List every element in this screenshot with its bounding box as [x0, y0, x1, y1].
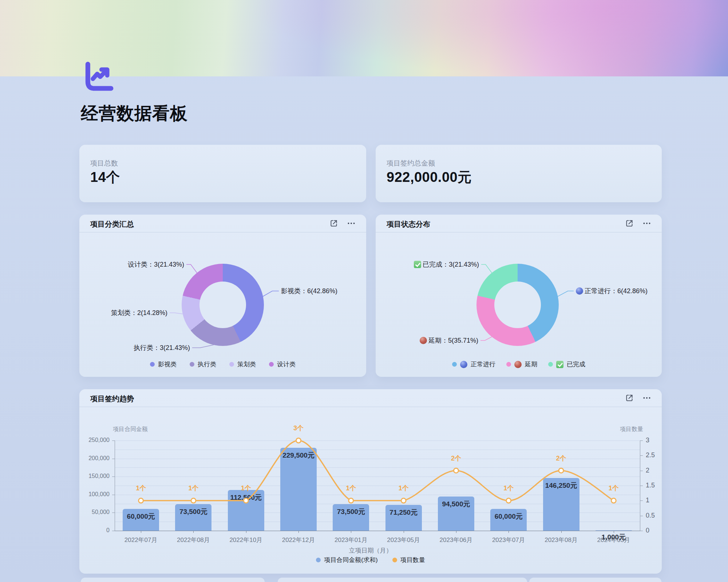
legend-item[interactable]: 项目数量 [392, 556, 425, 564]
card-title: 项目状态分布 [387, 219, 430, 229]
x-axis-tick-label: 2023年07月 [481, 536, 536, 544]
legend-item[interactable]: 设计类 [269, 360, 296, 368]
x-axis-tick [456, 531, 456, 533]
open-in-new-icon[interactable] [329, 219, 339, 228]
line-point-label: 1个 [389, 484, 418, 493]
legend-item[interactable]: 影视类 [150, 360, 177, 368]
callout-label: 策划类：2(14.28%) [111, 308, 167, 317]
legend-dot [150, 362, 155, 367]
x-axis-tick [193, 531, 194, 533]
more-options-icon[interactable] [642, 219, 652, 228]
legend-dot [506, 362, 511, 367]
line-marker [139, 498, 143, 503]
line-marker [244, 498, 248, 503]
y-axis-tick-label: 100,000 [88, 491, 110, 498]
line-point-label: 2个 [547, 454, 576, 463]
card-signing-trend: 项目签约趋势 项目合同金额 项目数量 050,000100,000150,000… [79, 389, 662, 574]
open-in-new-icon[interactable] [625, 219, 634, 228]
stat-value: 922,000.00元 [387, 168, 472, 187]
line-point-label: 1个 [232, 484, 261, 493]
callout-label: 正常进行：6(42.86%) [576, 287, 648, 295]
y-axis-tick [112, 459, 115, 459]
y-axis-tick-label: 150,000 [88, 473, 110, 479]
legend-dot [190, 362, 194, 367]
next-card-stub [529, 578, 661, 582]
right-axis-tick [640, 531, 643, 531]
legend-item[interactable]: 项目合同金额(求和) [316, 556, 377, 564]
x-axis-tick-label: 2022年08月 [166, 536, 221, 544]
stat-card-project-count: 项目总数 14个 [79, 145, 366, 202]
legend-item[interactable]: 已完成 [548, 360, 585, 368]
x-axis-tick-label: 2023年06月 [429, 536, 483, 544]
x-axis-tick-label: 2023年01月 [324, 536, 378, 544]
x-axis-tick [561, 531, 562, 533]
legend-dot [229, 362, 234, 367]
line-point-label: 2个 [442, 454, 471, 463]
x-axis-tick-label: 2022年12月 [271, 536, 326, 544]
callout-label: 已完成：3(21.43%) [414, 260, 479, 269]
x-axis-tick-label: 2022年07月 [114, 536, 168, 544]
legend-dot [548, 362, 553, 367]
right-axis-tick-label: 0.5 [646, 512, 655, 519]
more-options-icon[interactable] [642, 393, 652, 403]
x-axis-tick [246, 531, 246, 533]
check-icon [414, 261, 421, 268]
right-axis-tick [640, 471, 643, 471]
card-header: 项目分类汇总 [79, 215, 366, 232]
donut-hole [199, 282, 246, 328]
open-in-new-icon[interactable] [625, 393, 634, 403]
red-sphere-icon [420, 337, 427, 344]
card-header: 项目签约趋势 [79, 389, 662, 407]
trend-legend: 项目合同金额(求和) 项目数量 [79, 556, 662, 564]
right-axis-tick [640, 486, 643, 486]
right-axis-tick-label: 1.5 [646, 482, 655, 489]
legend-item[interactable]: 策划类 [229, 360, 256, 368]
line-path [141, 441, 614, 501]
right-axis-tick-label: 1 [646, 497, 649, 504]
stat-value: 14个 [90, 168, 120, 187]
right-axis-tick [640, 501, 643, 501]
y-axis-tick [112, 495, 115, 495]
blue-sphere-icon [460, 361, 467, 368]
line-point-label: 1个 [126, 484, 155, 493]
dashboard-page: 经营数据看板 项目总数 14个 项目签约总金额 922,000.00元 项目分类… [0, 0, 728, 582]
line-marker [454, 468, 458, 473]
right-axis-title: 项目数量 [620, 426, 643, 433]
legend-item[interactable]: 执行类 [190, 360, 216, 368]
card-header: 项目状态分布 [376, 215, 662, 232]
legend-item[interactable]: 延期 [506, 360, 537, 368]
x-axis-tick-label: 2022年10月 [219, 536, 273, 544]
x-axis-tick [351, 531, 351, 533]
right-axis-tick [640, 455, 643, 456]
legend-dot [392, 558, 397, 562]
callout-label: 延期：5(35.71%) [420, 336, 478, 345]
red-sphere-icon [514, 361, 522, 368]
x-axis-tick [298, 531, 299, 533]
y-axis-tick-label: 0 [106, 527, 110, 534]
stat-label: 项目总数 [90, 159, 118, 168]
donut-hole [494, 282, 541, 328]
card-title: 项目签约趋势 [90, 394, 134, 404]
card-project-status-pie: 项目状态分布 正常进行：6(42.86%) 延期：5(35.71%) 已完成：3… [376, 215, 662, 377]
callout-label: 执行类：3(21.43%) [134, 343, 190, 352]
y-axis-tick-label: 250,000 [88, 437, 110, 443]
line-point-label: 3个 [284, 424, 313, 432]
callout-label: 设计类：3(21.43%) [128, 260, 184, 269]
card-project-category-pie: 项目分类汇总 影视类：6(42.86%) 执行类：3(21.43%) 策划类：2… [79, 215, 366, 377]
line-point-label: 1个 [179, 484, 208, 493]
more-options-icon[interactable] [347, 219, 356, 228]
bar-value-label: 1,000元 [586, 533, 641, 542]
line-marker [559, 468, 563, 473]
y-axis-tick [112, 441, 115, 441]
left-axis-title: 项目合同金额 [113, 426, 148, 433]
x-axis-tick [404, 531, 404, 533]
page-title: 经营数据看板 [81, 102, 188, 125]
y-axis-tick-label: 200,000 [88, 455, 110, 462]
line-marker [611, 498, 616, 503]
trend-plot-area: 050,000100,000150,000200,000250,00000.51… [115, 441, 640, 531]
pie-legend: 正常进行 延期 已完成 [376, 360, 662, 368]
line-marker [349, 498, 353, 503]
legend-item[interactable]: 正常进行 [452, 360, 495, 368]
right-axis-tick-label: 3 [646, 436, 649, 444]
line-marker [401, 498, 406, 503]
